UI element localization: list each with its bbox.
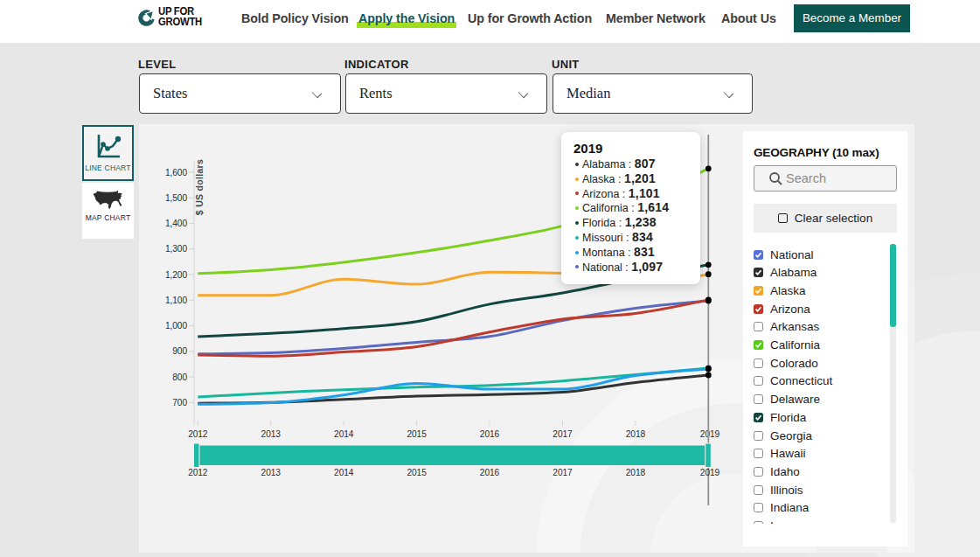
svg-text:2017: 2017: [553, 429, 573, 439]
svg-text:1,600: 1,600: [165, 168, 187, 178]
svg-text:2015: 2015: [407, 429, 427, 439]
svg-text:1,200: 1,200: [165, 270, 187, 280]
svg-text:2013: 2013: [261, 468, 281, 477]
svg-text:800: 800: [172, 372, 187, 382]
svg-text:1,300: 1,300: [165, 244, 187, 254]
svg-text:900: 900: [172, 346, 187, 356]
svg-text:2012: 2012: [188, 429, 208, 439]
svg-text:2015: 2015: [407, 468, 427, 477]
svg-text:2016: 2016: [480, 429, 500, 439]
svg-text:2018: 2018: [626, 429, 646, 439]
svg-text:1,100: 1,100: [165, 296, 187, 305]
svg-text:2018: 2018: [626, 468, 646, 477]
svg-text:2014: 2014: [334, 429, 354, 439]
svg-text:2012: 2012: [188, 468, 208, 477]
svg-text:2019: 2019: [700, 429, 720, 439]
svg-text:2019: 2019: [700, 468, 720, 477]
svg-text:2017: 2017: [553, 468, 573, 477]
svg-text:1,400: 1,400: [165, 219, 187, 228]
svg-text:1,000: 1,000: [165, 321, 187, 331]
svg-text:2016: 2016: [480, 468, 500, 477]
svg-text:1,500: 1,500: [165, 193, 187, 203]
svg-text:2014: 2014: [334, 468, 354, 477]
svg-text:2013: 2013: [261, 429, 281, 439]
svg-text:700: 700: [172, 398, 187, 407]
svg-text:$ US dollars: $ US dollars: [194, 159, 205, 215]
